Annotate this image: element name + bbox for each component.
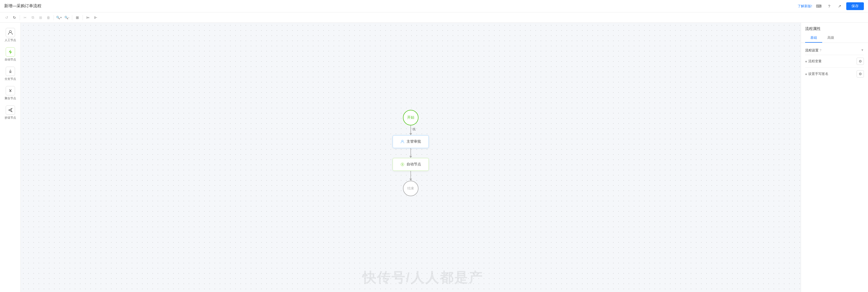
delete-button[interactable]: 🗑 — [45, 14, 52, 21]
delete-icon: 🗑 — [46, 15, 50, 20]
branch-icon — [8, 69, 13, 74]
sidebar-item-auto-node[interactable]: 自动节点 — [2, 45, 19, 64]
align-left-icon: ⊨ — [87, 15, 90, 20]
sidebar-item-copy-node[interactable]: 抄送节点 — [2, 103, 19, 122]
flow-settings-section: 流程设置 ? ▲ ◆ 流程变量 ⚙ ◆ — [805, 46, 864, 80]
line-label-1: 线 — [412, 127, 415, 132]
start-node[interactable]: 开始 — [403, 110, 418, 125]
right-panel-title: 流程属性 — [801, 23, 868, 31]
flow-arrow-1 — [409, 133, 412, 135]
svg-point-3 — [401, 163, 404, 166]
right-panel: 流程属性 基础 高级 流程设置 ? ▲ ◆ — [801, 23, 868, 292]
flow-arrow-2 — [409, 156, 412, 158]
save-button[interactable]: 保存 — [846, 2, 864, 10]
topbar-actions: 了解新版! ⌨ ? ↗ 保存 — [798, 2, 864, 10]
copy-node-label: 抄送节点 — [5, 116, 16, 120]
grid-icon: ⊞ — [76, 15, 79, 20]
handwritten-sign-gear-icon: ⚙ — [859, 72, 862, 76]
branch-node-icon-container — [6, 67, 15, 76]
task1-person-icon — [400, 140, 404, 144]
svg-point-2 — [402, 140, 403, 142]
manual-node-icon-container — [6, 28, 15, 37]
merge-node-label: 聚合节点 — [5, 97, 16, 100]
sidebar-item-manual-node[interactable]: 人工节点 — [2, 26, 19, 44]
canvas-area[interactable]: 开始 线 主管审批 — [21, 23, 801, 292]
start-node-label: 开始 — [407, 115, 414, 120]
tab-advanced[interactable]: 高级 — [822, 33, 839, 43]
keyboard-icon-btn[interactable]: ⌨ — [815, 3, 823, 10]
svg-point-0 — [9, 31, 11, 33]
cut-button[interactable]: ✂ — [22, 14, 29, 21]
right-panel-body: 流程设置 ? ▲ ◆ 流程变量 ⚙ ◆ — [801, 43, 868, 292]
zoom-out-button[interactable]: 🔍- — [63, 14, 70, 21]
flow-variable-gear-button[interactable]: ⚙ — [857, 58, 864, 65]
grid-button[interactable]: ⊞ — [74, 14, 81, 21]
lightning-icon — [8, 49, 13, 54]
flow-settings-arrow-icon: ▲ — [861, 48, 864, 52]
share-icon-btn[interactable]: ↗ — [836, 3, 843, 10]
flow-variable-label: ◆ 流程变量 — [805, 59, 822, 64]
topbar: 新增—采购订单流程 了解新版! ⌨ ? ↗ 保存 — [0, 0, 868, 12]
paste-button[interactable]: ⊞ — [37, 14, 44, 21]
copy-send-node-icon-container — [6, 105, 15, 115]
sidebar-item-branch-node[interactable]: 分支节点 — [2, 65, 19, 83]
end-node-label: 结束 — [407, 186, 414, 191]
page-title: 新增—采购订单流程 — [4, 3, 41, 9]
task2-auto-icon — [400, 162, 404, 167]
flow-settings-title: 流程设置 ? — [805, 48, 822, 53]
right-panel-tabs: 基础 高级 — [801, 33, 868, 43]
watermark: 快传号/人人都是产 — [362, 269, 483, 287]
align-right-button[interactable]: ⊩ — [92, 14, 99, 21]
flow-settings-header[interactable]: 流程设置 ? ▲ — [805, 46, 864, 55]
left-sidebar: 人工节点 自动节点 分支节点 聚合节点 — [0, 23, 21, 292]
flow-arrow-3 — [409, 179, 412, 181]
align-right-icon: ⊩ — [94, 15, 97, 20]
toolbar-divider-4 — [83, 15, 83, 20]
undo-button[interactable]: ↺ — [3, 14, 10, 21]
task-node-2-label: 自动节点 — [407, 162, 421, 167]
align-left-button[interactable]: ⊨ — [84, 14, 92, 21]
toolbar: ↺ ↻ ✂ ⧉ ⊞ 🗑 🔍+ 🔍- ⊞ ⊨ ⊩ — [0, 12, 868, 23]
connector-1: 线 — [409, 125, 412, 135]
redo-button[interactable]: ↻ — [11, 14, 18, 21]
zoom-out-icon: 🔍- — [64, 16, 69, 20]
connector-2 — [409, 148, 412, 158]
sidebar-item-merge-node[interactable]: 聚合节点 — [2, 84, 19, 102]
flow-variable-bullet: ◆ — [805, 60, 807, 63]
flow-diagram: 开始 线 主管审批 — [393, 110, 429, 196]
handwritten-sign-gear-button[interactable]: ⚙ — [857, 70, 864, 77]
person-icon — [8, 30, 13, 35]
branch-node-label: 分支节点 — [5, 77, 16, 81]
task-node-1[interactable]: 主管审批 — [393, 135, 429, 148]
new-version-link[interactable]: 了解新版! — [798, 4, 812, 8]
paste-icon: ⊞ — [39, 15, 42, 20]
help-icon-btn[interactable]: ? — [826, 3, 833, 10]
flow-line-2 — [410, 148, 411, 156]
cut-icon: ✂ — [24, 15, 27, 20]
flow-variable-row: ◆ 流程变量 ⚙ — [805, 55, 864, 67]
end-node[interactable]: 结束 — [403, 181, 418, 196]
copy-button[interactable]: ⧉ — [29, 14, 36, 21]
handwritten-sign-label: ◆ 设置手写签名 — [805, 72, 828, 76]
main-layout: 人工节点 自动节点 分支节点 聚合节点 — [0, 23, 868, 292]
auto-node-icon-container — [6, 47, 15, 57]
merge-node-icon-container — [6, 86, 15, 95]
auto-node-label: 自动节点 — [5, 58, 16, 62]
zoom-in-icon: 🔍+ — [56, 16, 62, 20]
flow-settings-help-icon: ? — [819, 48, 822, 52]
flow-variable-gear-icon: ⚙ — [859, 59, 862, 63]
toolbar-divider-2 — [54, 15, 54, 20]
manual-node-label: 人工节点 — [5, 38, 16, 42]
svg-marker-4 — [402, 163, 403, 166]
task-node-1-label: 主管审批 — [407, 139, 421, 144]
handwritten-sign-bullet: ◆ — [805, 73, 807, 75]
keyboard-icon: ⌨ — [816, 4, 822, 8]
connector-3 — [409, 171, 412, 181]
task-node-2[interactable]: 自动节点 — [393, 158, 429, 171]
help-icon: ? — [828, 4, 830, 8]
tab-basic[interactable]: 基础 — [805, 33, 822, 43]
flow-line-3 — [410, 171, 411, 179]
zoom-in-button[interactable]: 🔍+ — [55, 14, 63, 21]
send-icon — [8, 108, 13, 113]
flow-line-1: 线 — [410, 125, 411, 133]
